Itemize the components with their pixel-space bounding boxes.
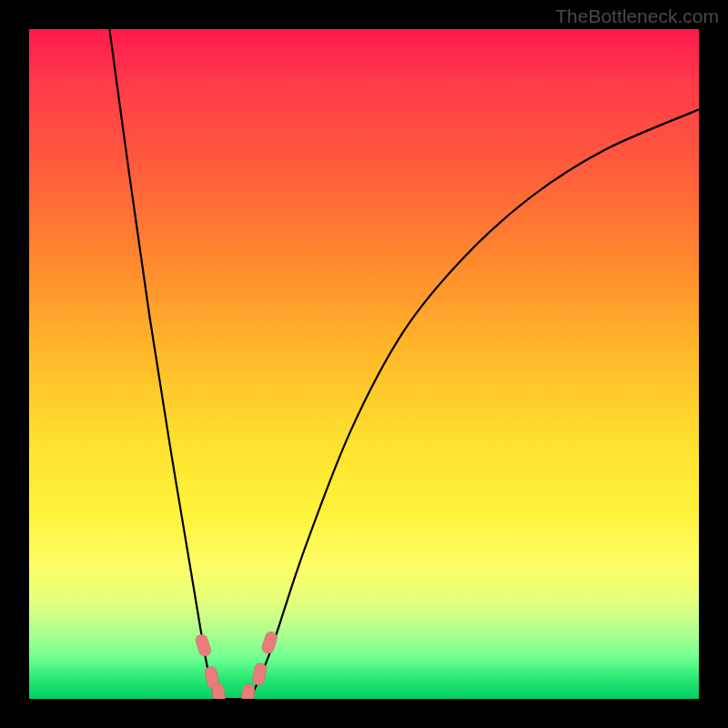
minimum-marker [194,633,212,658]
chart-frame: TheBottleneck.com [0,0,728,728]
chart-svg [29,29,699,699]
curve-right-branch [250,109,699,699]
bottleneck-curve [109,29,699,699]
minimum-marker [212,683,226,699]
chart-plot-area [29,29,699,699]
minimum-marker [251,662,268,686]
minimum-marker [260,631,278,655]
watermark-text: TheBottleneck.com [555,5,719,27]
minimum-marker [241,683,255,699]
curve-left-branch [109,29,217,699]
